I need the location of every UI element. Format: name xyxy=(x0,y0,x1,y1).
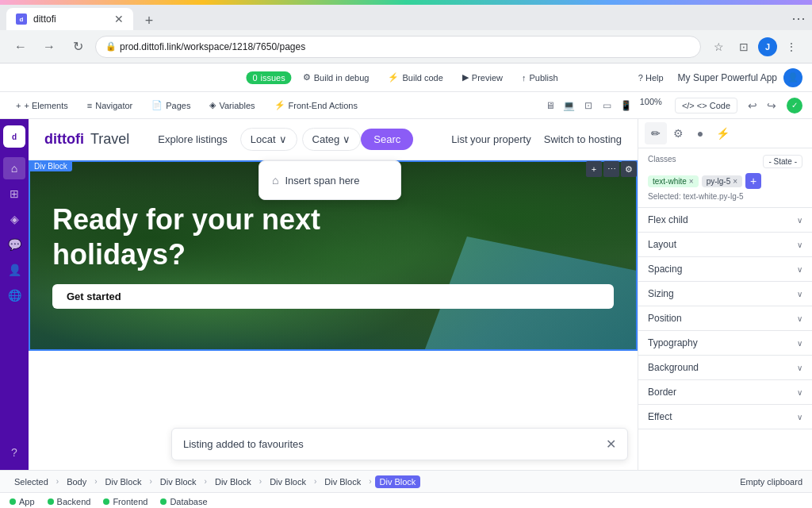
forward-button[interactable]: → xyxy=(38,36,60,58)
star-icon[interactable]: ☆ xyxy=(707,36,730,58)
navigator-tool[interactable]: ≡ Navigator xyxy=(81,98,140,113)
sidebar-item-components[interactable]: ◈ xyxy=(3,208,25,230)
sizing-header[interactable]: Sizing ∨ xyxy=(638,282,812,306)
state-dropdown[interactable]: - State - xyxy=(763,155,802,168)
nav-explore[interactable]: Explore listings xyxy=(148,129,236,150)
pages-tool[interactable]: 📄 Pages xyxy=(145,98,197,113)
database-status-dot xyxy=(160,498,167,505)
add-class-button[interactable]: + xyxy=(745,173,761,189)
url-text: prod.dittofi.link/workspace/1218/7650/pa… xyxy=(120,41,305,52)
typography-chevron: ∨ xyxy=(797,339,802,348)
sidebar-item-home[interactable]: ⌂ xyxy=(3,157,25,179)
background-chevron: ∨ xyxy=(797,364,802,372)
flex-child-chevron: ∨ xyxy=(797,216,802,225)
nav-category-dropdown[interactable]: Categ ∨ xyxy=(302,128,362,151)
effect-header[interactable]: Effect ∨ xyxy=(638,405,812,429)
breadcrumb-sep-5: › xyxy=(259,477,262,486)
nav-switch-hosting[interactable]: Switch to hosting xyxy=(544,133,622,145)
browser-nav-icons: ☆ ⊡ J ⋮ xyxy=(707,36,802,58)
frontend-actions-tool[interactable]: ⚡ Front-End Actions xyxy=(268,98,364,113)
elements-tool[interactable]: + + Elements xyxy=(10,98,75,113)
breadcrumb-div-4[interactable]: Div Block xyxy=(265,475,311,488)
clipboard-label: Empty clipboard xyxy=(740,477,802,487)
laptop-icon[interactable]: 💻 xyxy=(561,97,578,114)
nav-location-dropdown[interactable]: Locat ∨ xyxy=(240,128,297,151)
pages-icon: 📄 xyxy=(151,100,163,110)
position-header[interactable]: Position ∨ xyxy=(638,306,812,330)
sidebar-item-globe[interactable]: 🌐 xyxy=(3,284,25,306)
preview-button[interactable]: ▶ Preview xyxy=(454,69,511,86)
new-tab-button[interactable]: + xyxy=(140,11,159,30)
style-tab-fill[interactable]: ● xyxy=(689,122,711,144)
breadcrumb-div-2[interactable]: Div Block xyxy=(155,475,201,488)
style-tab-interactions[interactable]: ⚡ xyxy=(711,122,733,144)
effect-label: Effect xyxy=(648,411,672,422)
back-button[interactable]: ← xyxy=(10,36,32,58)
tablet-small-icon[interactable]: ▭ xyxy=(599,97,616,114)
window-icon[interactable]: ⊡ xyxy=(733,36,755,58)
selected-info: Selected: text-white.py-lg-5 xyxy=(648,192,802,201)
insert-span-item[interactable]: ⌂ Insert span here xyxy=(259,167,400,193)
build-code-button[interactable]: ⚡ Build code xyxy=(380,69,450,86)
hero-get-started-button[interactable]: Get started xyxy=(52,284,614,309)
app-name-label: My Super Powerful App xyxy=(678,72,777,83)
refresh-button[interactable]: ↻ xyxy=(67,36,89,58)
breadcrumb-selected[interactable]: Selected xyxy=(10,475,53,488)
nav-search-button[interactable]: Searc xyxy=(361,129,413,150)
canvas-area[interactable]: dittofi Travel Explore listings Locat ∨ … xyxy=(29,119,638,470)
publish-button[interactable]: ↑ Publish xyxy=(514,70,566,86)
breadcrumb-div-active[interactable]: Div Block xyxy=(375,475,421,488)
style-tab-design[interactable]: ✏ xyxy=(645,122,667,144)
user-avatar[interactable]: 👤 xyxy=(783,68,802,87)
breadcrumb-div-3[interactable]: Div Block xyxy=(210,475,256,488)
breadcrumb-div-1[interactable]: Div Block xyxy=(101,475,147,488)
breadcrumb-sep-3: › xyxy=(149,477,151,486)
breadcrumb-body[interactable]: Body xyxy=(62,475,91,488)
class-tag-py-lg-5[interactable]: py-lg-5 × xyxy=(702,175,742,187)
flex-child-label: Flex child xyxy=(648,214,688,225)
class-tag-text-white[interactable]: text-white × xyxy=(648,175,699,187)
tab-close-icon[interactable]: ✕ xyxy=(114,13,124,25)
typography-header[interactable]: Typography ∨ xyxy=(638,331,812,355)
confirm-button[interactable]: ✓ xyxy=(787,98,802,114)
issues-badge[interactable]: 0 issues xyxy=(246,71,291,84)
position-chevron: ∨ xyxy=(797,314,802,323)
border-header[interactable]: Border ∨ xyxy=(638,380,812,404)
style-tab-settings[interactable]: ⚙ xyxy=(667,122,689,144)
status-frontend: Frontend xyxy=(103,497,147,506)
tablet-icon[interactable]: ⊡ xyxy=(580,97,597,114)
layout-header[interactable]: Layout ∨ xyxy=(638,233,812,256)
code-button[interactable]: </> <> Code xyxy=(675,98,737,114)
background-section: Background ∨ xyxy=(638,356,812,380)
variables-tool[interactable]: ◈ Variables xyxy=(203,98,261,113)
more-menu-icon[interactable]: ⋮ xyxy=(780,36,802,58)
right-panel: ✏ ⚙ ● ⚡ Classes - State - text-white × xyxy=(638,119,812,470)
sidebar-item-layers[interactable]: ⊞ xyxy=(3,183,25,205)
site-logo: dittofi Travel xyxy=(44,131,129,148)
background-header[interactable]: Background ∨ xyxy=(638,356,812,379)
status-database: Database xyxy=(160,497,207,506)
browser-menu-icon[interactable]: ⋯ xyxy=(791,10,806,30)
redo-button[interactable]: ↪ xyxy=(763,97,780,114)
nav-list-property[interactable]: List your property xyxy=(451,133,530,145)
notification-close-icon[interactable]: ✕ xyxy=(606,437,616,452)
classes-label: Classes xyxy=(648,155,676,164)
spacing-header[interactable]: Spacing ∨ xyxy=(638,257,812,281)
status-app: App xyxy=(10,497,35,506)
profile-avatar[interactable]: J xyxy=(758,37,777,56)
class-tag-close-py-lg-5[interactable]: × xyxy=(733,177,737,186)
browser-tab[interactable]: d dittofi ✕ xyxy=(6,8,133,30)
build-debug-button[interactable]: ⚙ Build in debug xyxy=(295,69,377,86)
undo-button[interactable]: ↩ xyxy=(744,97,761,114)
sidebar-item-users[interactable]: 👤 xyxy=(3,259,25,281)
mobile-icon[interactable]: 📱 xyxy=(618,97,635,114)
sidebar-help-icon[interactable]: ? xyxy=(3,441,25,464)
address-bar[interactable]: 🔒 prod.dittofi.link/workspace/1218/7650/… xyxy=(95,36,701,58)
breadcrumb-div-5[interactable]: Div Block xyxy=(320,475,366,488)
sidebar-item-chat[interactable]: 💬 xyxy=(3,233,25,256)
help-button[interactable]: ? Help xyxy=(630,70,672,86)
class-tag-close-text-white[interactable]: × xyxy=(689,177,694,186)
toolbar-right: ? Help My Super Powerful App 👤 xyxy=(630,68,802,87)
flex-child-header[interactable]: Flex child ∨ xyxy=(638,208,812,232)
desktop-icon[interactable]: 🖥 xyxy=(542,97,559,114)
